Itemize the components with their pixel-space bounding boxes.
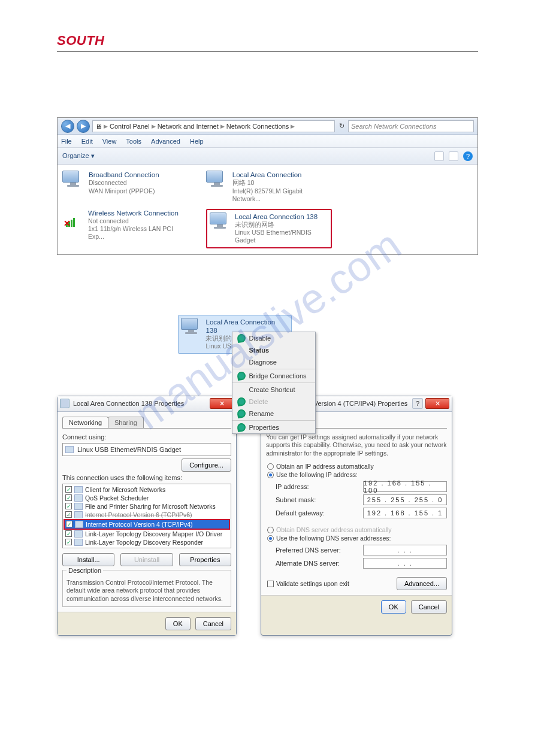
ctx-properties[interactable]: Properties [232, 421, 315, 433]
install-button[interactable]: Install... [62, 553, 114, 566]
checkbox-icon[interactable]: ✓ [65, 486, 72, 493]
blank-icon [237, 385, 246, 394]
ctx-diagnose[interactable]: Diagnose [232, 356, 315, 368]
item-icon [74, 503, 83, 510]
uninstall-button: Uninstall [120, 553, 173, 566]
pref-dns-input[interactable]: . . . [363, 545, 447, 555]
conn-lan138-selected[interactable]: Local Area Connection 138 未识别的网络 Linux U… [206, 209, 332, 248]
help-button[interactable]: ? [412, 398, 423, 409]
bc-lvl1[interactable]: Control Panel [110, 123, 150, 130]
ok-button[interactable]: OK [381, 600, 406, 614]
help-icon[interactable]: ? [463, 151, 473, 161]
alt-dns-input[interactable]: . . . [363, 558, 447, 569]
menu-file[interactable]: File [61, 138, 72, 145]
ctx-bridge[interactable]: Bridge Connections [232, 370, 315, 382]
context-menu-block: Local Area Connection 138 未识别的网络 Linux U… [178, 315, 358, 354]
radio-icon[interactable] [267, 535, 274, 542]
close-button[interactable]: ✕ [425, 398, 449, 409]
info-text: You can get IP settings assigned automat… [266, 433, 447, 458]
gateway-input[interactable]: 192 . 168 . 155 . 1 [363, 508, 447, 518]
radio-use-dns[interactable]: Use the following DNS server addresses: [266, 534, 447, 542]
tab-networking[interactable]: Networking [62, 417, 108, 428]
subnet-mask-label: Subnet mask: [276, 496, 316, 503]
list-item[interactable]: ✓QoS Packet Scheduler [64, 494, 229, 502]
checkbox-icon[interactable]: ✓ [65, 503, 72, 509]
conn-status: 网络 10 [232, 179, 332, 187]
bc-lvl2[interactable]: Network and Internet [158, 123, 219, 130]
menu-view[interactable]: View [102, 138, 117, 145]
nav-bar: ◀ ▶ 🖥 ▶ Control Panel ▶ Network and Inte… [58, 118, 477, 135]
breadcrumb[interactable]: 🖥 ▶ Control Panel ▶ Network and Internet… [92, 120, 335, 132]
radio-use-ip[interactable]: Use the following IP address: [266, 470, 447, 479]
menu-help[interactable]: Help [190, 138, 204, 145]
checkbox-icon[interactable]: ✓ [65, 539, 72, 545]
item-properties-button[interactable]: Properties [179, 553, 231, 566]
item-icon [75, 521, 83, 528]
connection-properties-dialog: Local Area Connection 138 Properties ✕ N… [57, 396, 237, 636]
checkbox-icon[interactable]: ✓ [65, 494, 72, 501]
cancel-button[interactable]: Cancel [411, 600, 447, 614]
conn-wireless[interactable]: ✕ Wireless Network Connection Not connec… [62, 209, 188, 248]
search-input[interactable]: Search Network Connections [348, 120, 474, 132]
checkbox-icon[interactable] [267, 581, 274, 587]
ip-address-input[interactable]: 192 . 168 . 155 . 100 [363, 481, 447, 492]
items-label: This connection uses the following items… [62, 474, 231, 481]
checkbox-icon[interactable]: ✓ [66, 521, 72, 527]
forward-button[interactable]: ▶ [77, 120, 90, 133]
cancel-button[interactable]: Cancel [195, 617, 231, 630]
conn-device: 1x1 11b/g/n Wireless LAN PCI Exp... [88, 225, 188, 241]
refresh-icon[interactable]: ↻ [337, 122, 346, 130]
menu-tools[interactable]: Tools [126, 138, 141, 145]
wireless-icon: ✕ [62, 209, 83, 228]
alt-dns-label: Alternate DNS server: [276, 560, 340, 567]
configure-button[interactable]: Configure... [182, 459, 231, 472]
radio-icon[interactable] [267, 463, 274, 470]
checkbox-icon[interactable]: ✓ [65, 530, 72, 537]
list-item[interactable]: ✓Link-Layer Topology Discovery Mapper I/… [64, 530, 229, 538]
radio-auto-ip[interactable]: Obtain an IP address automatically [266, 462, 447, 470]
conn-broadband[interactable]: Broadband Connection Disconnected WAN Mi… [62, 171, 188, 203]
preview-icon[interactable] [449, 151, 458, 161]
conn-lan[interactable]: Local Area Connection 网络 10 Intel(R) 825… [206, 171, 332, 203]
logo: SOUTH [57, 33, 478, 51]
tab-sharing[interactable]: Sharing [108, 417, 144, 428]
view-icon[interactable] [434, 151, 444, 161]
list-item-selected[interactable]: ✓Internet Protocol Version 4 (TCP/IPv4) [64, 520, 229, 529]
ctx-delete[interactable]: Delete [232, 396, 315, 408]
shield-icon [236, 422, 246, 432]
organize-button[interactable]: Organize ▾ [62, 152, 95, 160]
bc-lvl3[interactable]: Network Connections [226, 123, 289, 130]
validate-checkbox[interactable]: Validate settings upon exit [266, 579, 350, 588]
item-icon [74, 486, 83, 493]
conn-status: Disconnected [89, 179, 159, 187]
items-listbox[interactable]: ✓Client for Microsoft Networks ✓QoS Pack… [62, 484, 231, 548]
item-icon [74, 530, 83, 538]
dialog-title: Local Area Connection 138 Properties [73, 400, 184, 407]
connection-icon [210, 212, 230, 232]
menu-edit[interactable]: Edit [81, 138, 93, 145]
list-item[interactable]: ✓Internet Protocol Version 6 (TCP/IPv6) [64, 511, 229, 519]
shield-icon [236, 333, 246, 342]
back-button[interactable]: ◀ [61, 120, 74, 133]
menu-advanced[interactable]: Advanced [151, 138, 180, 145]
ok-button[interactable]: OK [165, 617, 191, 630]
connection-icon [181, 318, 202, 337]
ctx-disable[interactable]: Disable [232, 332, 315, 344]
connection-icon [62, 171, 84, 190]
radio-icon[interactable] [267, 472, 274, 478]
list-item[interactable]: ✓File and Printer Sharing for Microsoft … [64, 502, 229, 511]
subnet-mask-input[interactable]: 255 . 255 . 255 . 0 [363, 494, 447, 505]
list-item[interactable]: ✓Link-Layer Topology Discovery Responder [64, 538, 229, 546]
list-item[interactable]: ✓Client for Microsoft Networks [64, 485, 229, 494]
description-text: Transmission Control Protocol/Internet P… [67, 579, 227, 603]
ctx-rename[interactable]: Rename [232, 408, 315, 420]
ctx-status[interactable]: Status [232, 344, 315, 356]
ctx-shortcut[interactable]: Create Shortcut [232, 384, 315, 396]
blank-icon [237, 346, 246, 354]
conn-title: Local Area Connection 138 [235, 212, 328, 221]
dialog-icon [60, 399, 69, 408]
advanced-button[interactable]: Advanced... [397, 577, 447, 590]
checkbox-icon[interactable]: ✓ [65, 511, 72, 518]
close-button[interactable]: ✕ [210, 398, 234, 409]
dialog-titlebar: Local Area Connection 138 Properties ✕ [58, 396, 236, 412]
